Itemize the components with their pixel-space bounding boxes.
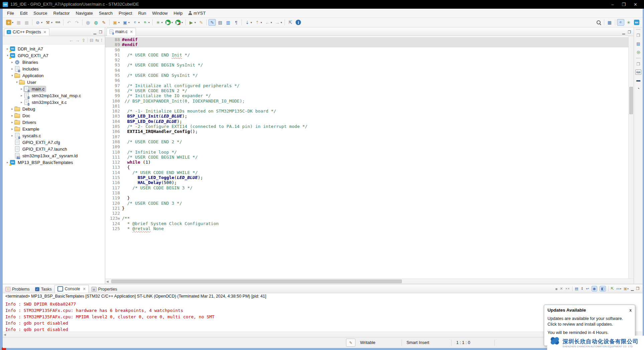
close-projects-tab-icon[interactable]: ✕	[43, 30, 46, 34]
tree-expander-icon[interactable]: ▾	[10, 74, 14, 77]
tree-item-application[interactable]: ▾Application	[3, 72, 105, 79]
back-button[interactable]: ←▾	[264, 19, 273, 26]
tree-expander-icon[interactable]: ▸	[10, 121, 14, 124]
dropdown-caret-icon[interactable]: ▾	[171, 21, 173, 24]
tree-item-debug[interactable]: ▸Debug	[3, 106, 105, 112]
tree-expander-icon[interactable]: ▸	[10, 67, 14, 70]
skip-all-breakpoints-button[interactable]: ⊘▾	[34, 19, 43, 26]
run-button[interactable]: ▶▾	[164, 19, 174, 26]
menu-navigate[interactable]: Navigate	[73, 10, 96, 17]
dropdown-caret-icon[interactable]: ▾	[41, 21, 42, 24]
dropdown-caret-icon[interactable]: ▾	[128, 21, 130, 24]
show-outline-button[interactable]: ▥	[224, 19, 232, 26]
binary-010-view-icon[interactable]: 010	[635, 69, 641, 75]
tree-expander-icon[interactable]: ▸	[10, 60, 14, 64]
new-class-button[interactable]: G▾	[141, 19, 151, 26]
dropdown-caret-icon[interactable]: ▾	[194, 21, 196, 24]
back-button[interactable]: ←	[69, 38, 73, 43]
remove-all-terminated-button[interactable]: ✕✕	[565, 287, 570, 290]
minimize-projects-panel[interactable]: ▁	[94, 30, 96, 34]
tree-item-example[interactable]: ▸Example	[3, 126, 105, 132]
menu-file[interactable]: File	[4, 10, 17, 17]
dropdown-caret-icon[interactable]: ▾	[148, 21, 150, 24]
close-window-button[interactable]: ✕	[634, 2, 637, 7]
dropdown-caret-icon[interactable]: ▾	[161, 21, 163, 24]
tree-expander-icon[interactable]: ▾	[15, 80, 19, 84]
scrollbar-thumb[interactable]	[111, 280, 402, 283]
pin-console-button[interactable]: ◉	[592, 286, 598, 292]
show-whitespace-button[interactable]: ¶	[232, 19, 240, 26]
new-wizard-button[interactable]: +▾	[5, 19, 14, 26]
menu-run[interactable]: Run	[135, 10, 149, 17]
restore-view-icon[interactable]: ❐	[635, 61, 641, 67]
tree-expander-icon[interactable]: ▸	[10, 114, 14, 117]
debug-target-view-icon[interactable]: ◎	[635, 49, 641, 55]
redo-button[interactable]: ↷	[73, 19, 80, 26]
terminate-button[interactable]: ■	[555, 287, 557, 291]
minimize-window-button[interactable]: –	[611, 2, 614, 7]
tree-expander-icon[interactable]: ▸	[10, 107, 14, 111]
info-button[interactable]: i	[295, 19, 302, 26]
scroll-left-arrow-icon[interactable]: ◀	[106, 280, 109, 283]
scroll-lock-button[interactable]: ⇕	[581, 287, 584, 291]
last-edit-location-button[interactable]: ⇣▾	[244, 19, 253, 26]
open-console-button[interactable]: ▣▾	[624, 287, 629, 291]
tree-item-stm32mp13xx-a7-sysram-ld[interactable]: LDstm32mp13xx_a7_sysram.ld	[3, 152, 105, 159]
display-selected-console-button[interactable]: ▭▾	[616, 287, 621, 291]
build-binary-010-button[interactable]: 010	[54, 19, 61, 26]
link-with-editor-button[interactable]: ⇆	[95, 38, 99, 43]
dropdown-caret-icon[interactable]: ▾	[261, 21, 262, 24]
tree-item-user[interactable]: ▾User	[3, 79, 105, 85]
menu-edit[interactable]: Edit	[17, 10, 30, 17]
dropdown-caret-icon[interactable]: ▾	[118, 21, 120, 24]
minimize-editor[interactable]: ▁	[622, 30, 625, 34]
search-dialog-button[interactable]: ◍	[92, 19, 100, 26]
show-when-stdout-changes-button[interactable]: ◧	[600, 286, 606, 292]
menu-search[interactable]: Search	[96, 10, 116, 17]
dropdown-caret-icon[interactable]: ▾	[271, 21, 272, 24]
maximize-window-button[interactable]: ❐	[622, 2, 626, 7]
editor-presentation-icon[interactable]: ✎	[346, 339, 355, 347]
perspective-cubemx-button[interactable]: MX	[633, 19, 640, 26]
search-button[interactable]	[595, 19, 602, 26]
undo-button[interactable]: ↶	[65, 19, 72, 26]
view-menu-button[interactable]: ⁞	[101, 38, 102, 43]
tree-expander-icon[interactable]: ▸	[19, 94, 24, 97]
tree-item-syscalls-c[interactable]: ▸csyscalls.c	[3, 132, 105, 139]
word-wrap-button[interactable]: ↩	[586, 287, 589, 291]
external-tools-button[interactable]: ▶▾	[187, 19, 197, 26]
tree-item-gpio-exti-a7[interactable]: ▾IDEGPIO_EXTI_A7	[3, 52, 105, 59]
tree-item-ddr-init-a7[interactable]: ▸IDEDDR_Init_A7	[3, 45, 105, 52]
maximize-projects-panel[interactable]: ❒	[99, 30, 102, 34]
dropdown-caret-icon[interactable]: ▾	[281, 21, 282, 24]
tree-item-gpio-exti-a7-cfg[interactable]: GPIO_EXTI_A7.cfg	[3, 139, 105, 146]
collapse-all-button[interactable]: ⊟	[90, 38, 94, 43]
tree-expander-icon[interactable]: ▸	[19, 101, 24, 104]
dropdown-caret-icon[interactable]: ▾	[12, 21, 13, 24]
pin-editor-button[interactable]: ⇱	[287, 19, 294, 26]
static-stack-analyzer-view-icon[interactable]: ◔	[635, 85, 641, 92]
forward-button[interactable]: →▾	[274, 19, 283, 26]
close-editor-tab-icon[interactable]: ✕	[130, 30, 133, 34]
pin-to-top-button[interactable]: ⇱	[611, 287, 614, 291]
menu-source[interactable]: Source	[30, 10, 50, 17]
menu-window[interactable]: Window	[149, 10, 171, 17]
tree-item-doc[interactable]: ▸Doc	[3, 112, 105, 119]
new-stm32-project-button[interactable]: ▣▾	[111, 19, 121, 26]
maximize-editor[interactable]: ❒	[628, 30, 631, 34]
dropdown-caret-icon[interactable]: ▾	[138, 21, 140, 24]
editor-vertical-scrollbar[interactable]	[628, 36, 634, 279]
outline-view-icon[interactable]: ▤	[635, 41, 641, 47]
tree-item-stm32mp13xx-it-c[interactable]: ▸cstm32mp13xx_it.c	[3, 99, 105, 106]
scroll-left-arrow-icon[interactable]: ◀	[4, 333, 6, 336]
menu-refactor[interactable]: Refactor	[50, 10, 73, 17]
tree-item-main-c[interactable]: ▸cmain.c	[3, 85, 105, 92]
tree-item-includes[interactable]: ▸hIncludes	[3, 65, 105, 72]
close-popup-icon[interactable]: x	[629, 308, 632, 313]
perspective-debug-button[interactable]: ✳	[625, 19, 632, 26]
show-source-button[interactable]: ▤	[216, 19, 224, 26]
editor-horizontal-scrollbar[interactable]: ◀	[105, 279, 634, 284]
fold-collapse-icon[interactable]: ⊖	[118, 216, 120, 221]
tab-tasks[interactable]: ✓Tasks	[32, 286, 54, 293]
new-c-file-button[interactable]: C▾	[131, 19, 141, 26]
